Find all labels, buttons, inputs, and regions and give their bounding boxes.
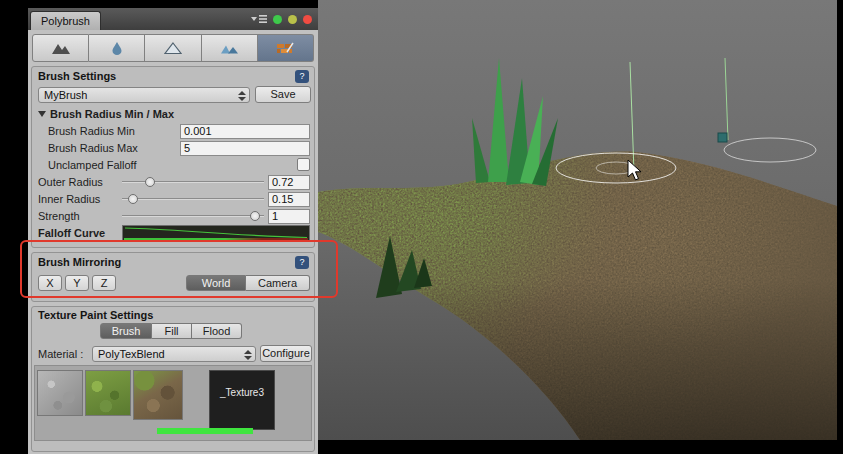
radius-foldout[interactable]: Brush Radius Min / Max — [38, 108, 174, 120]
texture-swatch-0[interactable] — [37, 370, 83, 416]
foldout-arrow-icon — [38, 111, 46, 117]
dropdown-arrows-icon — [238, 91, 246, 101]
texture-swatch-label: _Texture3 — [220, 387, 264, 398]
slider-track — [122, 198, 264, 200]
inner-radius-field[interactable]: 0.15 — [268, 192, 310, 207]
window-control-close[interactable] — [303, 15, 312, 24]
waves-icon — [218, 40, 240, 56]
outer-radius-slider[interactable] — [122, 175, 264, 189]
radius-max-value: 5 — [184, 142, 190, 154]
texture-paint-title: Texture Paint Settings — [38, 309, 153, 321]
outer-radius-field[interactable]: 0.72 — [268, 175, 310, 190]
bricks-icon — [274, 40, 296, 56]
tab-title: Polybrush — [41, 15, 90, 27]
configure-button[interactable]: Configure — [260, 345, 312, 362]
brush-settings-section: Brush Settings ? MyBrush Save Brush Radi… — [31, 66, 315, 248]
scene-view[interactable] — [318, 0, 837, 440]
unclamped-falloff-checkbox[interactable] — [297, 158, 310, 171]
slider-track — [122, 215, 264, 217]
tab-polybrush[interactable]: Polybrush — [30, 11, 101, 30]
falloff-curve-field[interactable] — [122, 225, 310, 242]
inner-radius-label: Inner Radius — [38, 193, 100, 206]
mirror-x-button[interactable]: X — [38, 275, 62, 291]
brush-preset-dropdown[interactable]: MyBrush — [38, 87, 250, 103]
texture-paint-section: Texture Paint Settings Brush Fill Flood … — [31, 306, 315, 452]
window-titlebar: Polybrush — [28, 8, 318, 30]
mirror-z-button[interactable]: Z — [92, 275, 116, 291]
inner-radius-slider[interactable] — [122, 192, 264, 206]
material-label: Material : — [38, 348, 83, 361]
slider-track — [122, 181, 264, 183]
radius-min-value: 0.001 — [184, 125, 212, 137]
dropdown-arrows-icon — [244, 350, 252, 360]
mode-fill-button[interactable]: Fill — [152, 323, 192, 339]
scatter-marker-cube — [718, 133, 727, 142]
outer-radius-label: Outer Radius — [38, 176, 103, 189]
radius-max-label: Brush Radius Max — [48, 142, 138, 155]
slider-thumb[interactable] — [250, 211, 260, 221]
droplet-icon — [106, 40, 128, 56]
brush-mirroring-section: Brush Mirroring ? X Y Z World Camera — [31, 252, 315, 302]
inner-radius-value: 0.15 — [272, 193, 293, 205]
window-controls — [251, 8, 312, 30]
radius-min-field[interactable]: 0.001 — [180, 124, 310, 139]
slider-thumb[interactable] — [128, 194, 138, 204]
triangle-outline-icon — [162, 40, 184, 56]
outer-radius-value: 0.72 — [272, 176, 293, 188]
help-icon[interactable]: ? — [295, 70, 309, 83]
strength-value: 1 — [272, 210, 278, 222]
radius-max-field[interactable]: 5 — [180, 141, 310, 156]
polybrush-window: Polybrush — [28, 8, 318, 454]
help-icon[interactable]: ? — [295, 256, 309, 269]
tool-texture-paint-button[interactable] — [258, 34, 314, 62]
space-world-button[interactable]: World — [186, 275, 246, 291]
strength-label: Strength — [38, 210, 80, 223]
window-menu-icon[interactable] — [251, 14, 267, 24]
screenshot-frame: Polybrush — [0, 0, 843, 454]
texture-strength-bar — [157, 428, 253, 434]
slider-thumb[interactable] — [145, 177, 155, 187]
window-control-green[interactable] — [273, 15, 282, 24]
strength-field[interactable]: 1 — [268, 209, 310, 224]
material-value: PolyTexBlend — [98, 348, 165, 360]
brush-mirroring-title: Brush Mirroring — [38, 256, 121, 268]
paint-mode-tabs: Brush Fill Flood — [100, 323, 242, 339]
texture-swatch-3-selected[interactable]: _Texture3 — [209, 370, 275, 430]
radius-min-label: Brush Radius Min — [48, 125, 135, 138]
falloff-curve-preview — [123, 226, 309, 241]
mirror-y-button[interactable]: Y — [65, 275, 89, 291]
tool-sculpt-button[interactable] — [32, 34, 89, 62]
texture-swatch-1[interactable] — [85, 370, 131, 416]
tool-paint-vertex-button[interactable] — [145, 34, 201, 62]
mode-flood-button[interactable]: Flood — [192, 323, 242, 339]
tool-smooth-button[interactable] — [89, 34, 145, 62]
texture-palette: _Texture3 — [34, 365, 312, 441]
unclamped-falloff-label: Unclamped Falloff — [48, 159, 136, 172]
material-dropdown[interactable]: PolyTexBlend — [92, 346, 256, 362]
brush-settings-title: Brush Settings — [38, 70, 116, 82]
window-control-yellow[interactable] — [288, 15, 297, 24]
brush-preset-value: MyBrush — [44, 89, 87, 101]
save-button[interactable]: Save — [255, 86, 311, 103]
sculpt-icon — [50, 40, 72, 56]
scene-canvas — [318, 0, 837, 440]
mode-brush-button[interactable]: Brush — [100, 323, 152, 339]
radius-foldout-label: Brush Radius Min / Max — [50, 108, 174, 120]
texture-swatch-2[interactable] — [133, 370, 183, 420]
mirror-space-toggle: World Camera — [186, 275, 310, 291]
mode-toolbar — [32, 34, 314, 62]
falloff-curve-label: Falloff Curve — [38, 227, 105, 240]
strength-slider[interactable] — [122, 209, 264, 223]
tool-scatter-button[interactable] — [202, 34, 258, 62]
space-camera-button[interactable]: Camera — [246, 275, 310, 291]
